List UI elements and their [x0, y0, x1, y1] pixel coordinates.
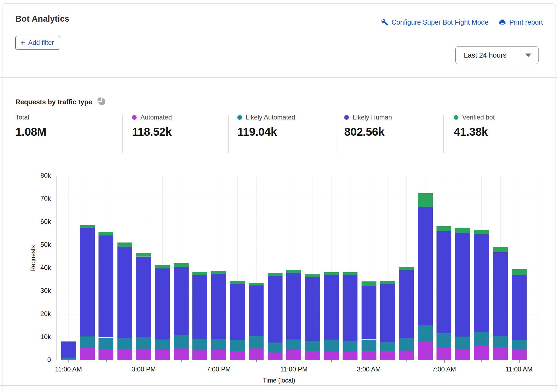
print-report-link[interactable]: Print report: [499, 18, 543, 26]
bar-segment-automated[interactable]: [192, 350, 207, 360]
bar-segment-automated[interactable]: [474, 346, 489, 360]
bar-segment-likely-human[interactable]: [61, 342, 76, 358]
bar-400am-17[interactable]: [380, 281, 395, 360]
bar-segment-likely-automated[interactable]: [399, 338, 414, 351]
bar-segment-likely-automated[interactable]: [61, 358, 76, 359]
bar-segment-verified-bot[interactable]: [286, 270, 301, 273]
bar-900am-22[interactable]: [474, 230, 489, 360]
bar-segment-likely-human[interactable]: [512, 275, 527, 340]
bar-segment-likely-automated[interactable]: [99, 338, 113, 349]
bar-500pm-6[interactable]: [174, 264, 189, 360]
bar-segment-likely-human[interactable]: [80, 228, 95, 336]
bar-segment-likely-human[interactable]: [436, 231, 451, 333]
bar-segment-likely-human[interactable]: [117, 247, 132, 338]
bar-segment-verified-bot[interactable]: [174, 263, 189, 267]
bar-segment-likely-automated[interactable]: [455, 337, 470, 349]
bar-segment-automated[interactable]: [155, 350, 170, 360]
bar-segment-verified-bot[interactable]: [512, 269, 527, 275]
bar-segment-verified-bot[interactable]: [117, 242, 132, 247]
bar-segment-automated[interactable]: [343, 351, 357, 360]
bar-segment-verified-bot[interactable]: [493, 247, 508, 252]
bar-900pm-10[interactable]: [249, 283, 264, 360]
bar-600am-19[interactable]: [418, 193, 433, 360]
bar-segment-verified-bot[interactable]: [399, 267, 414, 270]
bar-segment-likely-automated[interactable]: [512, 340, 527, 349]
bar-segment-likely-automated[interactable]: [249, 336, 264, 348]
bar-segment-automated[interactable]: [399, 351, 414, 360]
bar-segment-automated[interactable]: [286, 350, 301, 360]
bar-segment-likely-human[interactable]: [380, 284, 395, 342]
bar-segment-automated[interactable]: [230, 351, 245, 360]
bar-segment-likely-human[interactable]: [155, 268, 170, 339]
bar-segment-likely-automated[interactable]: [117, 338, 132, 349]
bar-segment-verified-bot[interactable]: [436, 226, 451, 231]
bar-segment-likely-human[interactable]: [418, 207, 433, 325]
bar-segment-automated[interactable]: [305, 351, 320, 360]
bar-1100am-0[interactable]: [61, 341, 76, 360]
bar-segment-automated[interactable]: [99, 349, 113, 360]
bar-segment-likely-human[interactable]: [249, 285, 264, 336]
bar-segment-likely-human[interactable]: [305, 277, 320, 341]
bar-segment-automated[interactable]: [436, 348, 451, 360]
bar-segment-likely-automated[interactable]: [174, 335, 189, 348]
bar-segment-verified-bot[interactable]: [455, 228, 470, 233]
bar-segment-likely-human[interactable]: [343, 275, 357, 341]
configure-super-bot-fight-mode-link[interactable]: Configure Super Bot Fight Mode: [381, 18, 489, 26]
bar-1200pm-1[interactable]: [80, 225, 95, 360]
bar-segment-verified-bot[interactable]: [305, 274, 320, 277]
bar-segment-automated[interactable]: [512, 349, 527, 360]
bar-segment-likely-human[interactable]: [268, 276, 283, 343]
bar-segment-automated[interactable]: [362, 351, 376, 360]
bar-segment-verified-bot[interactable]: [80, 225, 95, 228]
bar-segment-automated[interactable]: [418, 341, 433, 360]
bar-500am-18[interactable]: [399, 267, 414, 360]
bar-segment-likely-automated[interactable]: [211, 339, 226, 350]
bar-300pm-4[interactable]: [136, 253, 151, 360]
bar-segment-verified-bot[interactable]: [324, 272, 339, 275]
bar-segment-likely-automated[interactable]: [343, 341, 357, 351]
bar-700am-20[interactable]: [436, 227, 451, 360]
bar-segment-automated[interactable]: [380, 351, 395, 360]
bar-300am-16[interactable]: [362, 281, 376, 360]
bar-1100am-24[interactable]: [512, 269, 527, 360]
bar-segment-automated[interactable]: [249, 348, 264, 360]
bar-segment-likely-human[interactable]: [230, 284, 245, 340]
bar-segment-automated[interactable]: [493, 347, 508, 360]
bar-600pm-7[interactable]: [192, 272, 207, 360]
bar-segment-verified-bot[interactable]: [211, 271, 226, 274]
bar-segment-likely-human[interactable]: [192, 275, 207, 339]
bar-segment-likely-automated[interactable]: [362, 340, 376, 351]
time-range-dropdown[interactable]: Last 24 hours: [455, 46, 539, 64]
bar-segment-likely-human[interactable]: [362, 286, 376, 339]
bar-segment-likely-human[interactable]: [493, 252, 508, 336]
bar-segment-likely-automated[interactable]: [286, 339, 301, 350]
bar-segment-likely-automated[interactable]: [436, 333, 451, 348]
bar-segment-verified-bot[interactable]: [343, 272, 357, 275]
bar-segment-verified-bot[interactable]: [230, 281, 245, 284]
bar-segment-automated[interactable]: [455, 349, 470, 360]
bar-segment-likely-automated[interactable]: [136, 337, 151, 349]
bar-segment-automated[interactable]: [174, 348, 189, 360]
bar-segment-likely-automated[interactable]: [268, 343, 283, 353]
bar-segment-likely-automated[interactable]: [80, 336, 95, 348]
bar-segment-automated[interactable]: [80, 348, 95, 360]
bar-segment-likely-human[interactable]: [399, 270, 414, 338]
bar-segment-verified-bot[interactable]: [136, 253, 151, 257]
bar-segment-likely-automated[interactable]: [230, 340, 245, 351]
bar-segment-likely-human[interactable]: [136, 257, 151, 337]
bar-segment-verified-bot[interactable]: [249, 283, 264, 285]
bar-segment-likely-human[interactable]: [324, 275, 339, 340]
bar-1200am-13[interactable]: [305, 274, 320, 360]
bar-segment-likely-automated[interactable]: [493, 335, 508, 347]
bar-segment-automated[interactable]: [268, 353, 283, 360]
bar-segment-likely-automated[interactable]: [418, 325, 433, 341]
bar-segment-verified-bot[interactable]: [362, 281, 376, 286]
bar-segment-automated[interactable]: [211, 350, 226, 360]
bar-segment-likely-human[interactable]: [174, 267, 189, 335]
bar-segment-likely-human[interactable]: [455, 233, 470, 337]
bar-segment-verified-bot[interactable]: [99, 232, 113, 235]
bar-segment-verified-bot[interactable]: [192, 272, 207, 275]
bar-200am-15[interactable]: [343, 272, 357, 360]
bar-400pm-5[interactable]: [155, 265, 170, 360]
bar-segment-likely-automated[interactable]: [305, 341, 320, 351]
